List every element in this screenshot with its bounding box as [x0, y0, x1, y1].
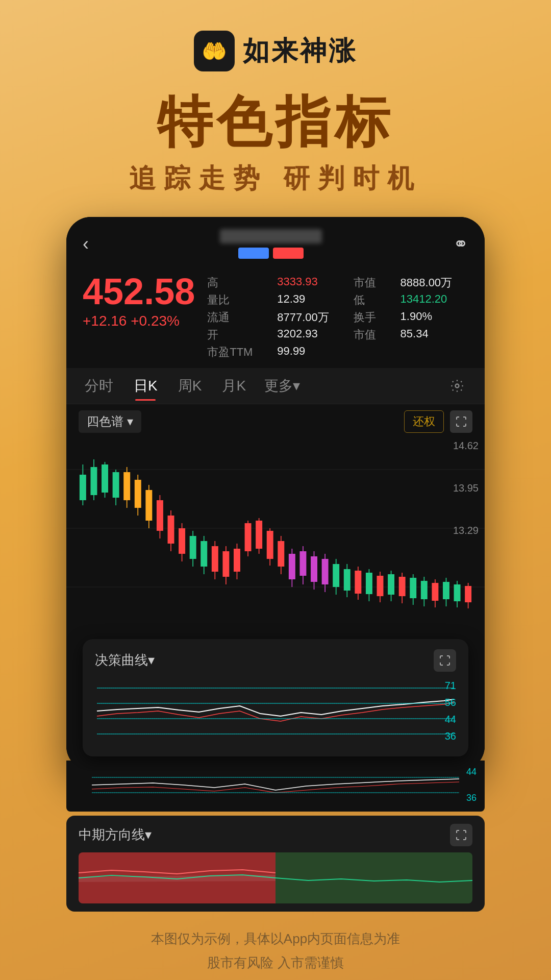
svg-marker-89 [276, 852, 472, 903]
svg-rect-67 [421, 581, 428, 599]
svg-rect-31 [222, 551, 229, 577]
tag-blue [238, 248, 269, 259]
direction-panel: 中期方向线▾ [66, 816, 485, 912]
svg-rect-9 [102, 464, 108, 493]
svg-rect-17 [145, 490, 152, 521]
stock-nav: ‹ ⚭ [66, 217, 485, 265]
svg-rect-43 [289, 554, 295, 579]
high-value: 3333.93 [277, 275, 345, 290]
top-header: 🤲 如来神涨 [0, 0, 551, 82]
tab-more[interactable]: 更多▾ [264, 376, 300, 396]
app-logo: 🤲 [194, 31, 235, 71]
market-val-value: 85.34 [400, 327, 468, 342]
market-cap-value: 8888.00万 [400, 275, 468, 290]
tab-yue-k[interactable]: 月K [220, 372, 248, 400]
indicator2-title[interactable]: 中期方向线▾ [79, 826, 152, 844]
svg-rect-21 [168, 516, 174, 544]
price-value: 452.58 [83, 273, 195, 310]
float-value: 8777.00万 [277, 310, 345, 325]
price-label-high: 14.62 [453, 440, 479, 452]
price-change: +12.16 +0.23% [83, 313, 195, 329]
svg-rect-53 [344, 569, 350, 591]
indicator1-header: 决策曲线▾ [95, 649, 456, 672]
svg-rect-19 [157, 500, 163, 531]
svg-rect-45 [299, 551, 306, 576]
app-name: 如来神涨 [243, 33, 357, 69]
pe-value: 99.99 [277, 345, 345, 360]
svg-rect-15 [135, 480, 141, 508]
mini-val2: 36 [466, 793, 477, 803]
tab-ri-k[interactable]: 日K [132, 372, 160, 400]
candlestick-chart: 四色谱 ▾ 还权 14.62 13.95 13.29 [66, 404, 485, 629]
decision-curve-panel: 决策曲线▾ [83, 639, 468, 756]
indicator1-title[interactable]: 决策曲线▾ [95, 651, 155, 669]
svg-rect-51 [333, 564, 339, 587]
rights-button[interactable]: 还权 [404, 410, 444, 433]
open-value: 3202.93 [277, 327, 345, 342]
svg-rect-39 [267, 531, 273, 559]
svg-rect-13 [123, 472, 130, 500]
svg-rect-29 [212, 546, 218, 572]
svg-rect-47 [311, 556, 317, 582]
indicator2-header: 中期方向线▾ [79, 824, 472, 846]
expand-indicator1-button[interactable] [434, 649, 456, 672]
indicator1-chart: 71 56 44 36 [95, 678, 456, 746]
disclaimer-line1: 本图仅为示例，具体以App内页面信息为准 [31, 927, 520, 951]
turnover-label: 换手 [354, 310, 392, 325]
market-cap-label: 市值 [354, 275, 392, 290]
tab-fen-shi[interactable]: 分时 [83, 372, 115, 400]
svg-rect-25 [190, 536, 196, 559]
svg-rect-7 [90, 467, 97, 495]
indicator1-val2: 56 [445, 697, 456, 708]
svg-rect-23 [179, 528, 185, 554]
tab-zhou-k[interactable]: 周K [176, 372, 204, 400]
svg-rect-11 [113, 472, 119, 498]
direction-chart [79, 852, 472, 903]
high-label: 高 [207, 275, 269, 290]
svg-rect-59 [377, 576, 384, 596]
svg-rect-73 [454, 584, 461, 601]
hero-section: 特色指标 追踪走势 研判时机 [0, 92, 551, 197]
open-label: 开 [207, 327, 269, 342]
disclaimer-line2: 股市有风险 入市需谨慎 [31, 951, 520, 975]
phone-mockup: ‹ ⚭ 452.58 +12.16 +0.23% 高 3333.93 市值 88… [66, 217, 485, 771]
svg-rect-65 [410, 578, 416, 598]
mini-chart-svg [74, 765, 477, 805]
disclaimer-section: 本图仅为示例，具体以App内页面信息为准 股市有风险 入市需谨慎 [0, 912, 551, 980]
stock-title-area [220, 229, 322, 259]
expand-chart-button[interactable] [450, 410, 472, 433]
svg-point-0 [456, 384, 459, 387]
settings-button[interactable] [446, 375, 468, 397]
svg-rect-63 [399, 577, 406, 596]
low-label: 低 [354, 292, 392, 308]
search-icon[interactable]: ⚭ [453, 233, 468, 255]
svg-rect-5 [80, 475, 86, 500]
svg-rect-27 [201, 541, 207, 567]
stock-price-area: 452.58 +12.16 +0.23% 高 3333.93 市值 8888.0… [66, 265, 485, 368]
price-stats: 高 3333.93 市值 8888.00万 量比 12.39 低 13412.2… [207, 275, 468, 360]
mini-val1: 44 [466, 767, 477, 777]
market-val-label: 市值 [354, 327, 392, 342]
chart-toolbar: 四色谱 ▾ 还权 [66, 404, 485, 439]
back-button[interactable]: ‹ [83, 233, 89, 255]
price-main: 452.58 +12.16 +0.23% [83, 273, 195, 329]
stock-name-blurred [220, 229, 322, 243]
vol-ratio-label: 量比 [207, 292, 269, 308]
chart-price-labels: 14.62 13.95 13.29 [453, 440, 479, 536]
expand-indicator2-button[interactable] [450, 824, 472, 846]
indicator1-val4: 36 [445, 730, 456, 742]
price-label-mid: 13.95 [453, 482, 479, 494]
hero-subtitle: 追踪走势 研判时机 [0, 161, 551, 197]
chart-type-button[interactable]: 四色谱 ▾ [79, 410, 141, 433]
svg-rect-75 [465, 586, 471, 602]
svg-rect-35 [245, 523, 252, 551]
svg-rect-49 [322, 559, 329, 584]
svg-rect-37 [256, 521, 262, 549]
price-label-low: 13.29 [453, 525, 479, 536]
svg-rect-55 [355, 571, 361, 594]
pe-label: 市盈TTM [207, 345, 269, 360]
tag-red [273, 248, 304, 259]
svg-rect-41 [278, 541, 284, 567]
stock-tags [238, 248, 304, 259]
indicator1-val3: 44 [445, 714, 456, 725]
